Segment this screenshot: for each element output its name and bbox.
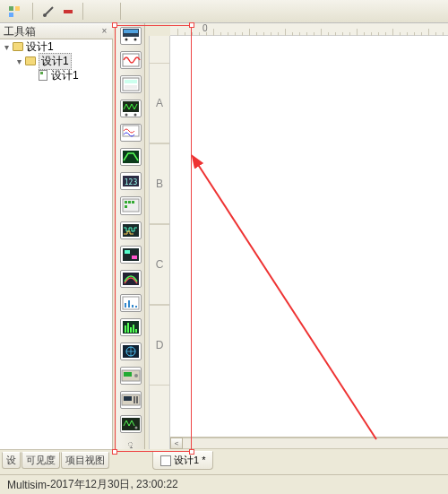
status-bar: Multisim - 2017年12月30日, 23:00:22	[0, 474, 448, 494]
svg-rect-23	[132, 201, 134, 204]
vertical-ruler: A B C D	[149, 36, 170, 449]
tab-design[interactable]: 设	[2, 452, 21, 469]
ruler-zone-a: A	[150, 63, 169, 143]
scroll-left-icon[interactable]: <	[170, 438, 183, 449]
multimeter-icon[interactable]	[120, 27, 142, 45]
logic-converter-icon[interactable]	[120, 246, 142, 264]
tree-item[interactable]: 设计1	[0, 68, 112, 82]
svg-rect-24	[125, 205, 127, 208]
svg-rect-31	[125, 303, 126, 308]
svg-rect-34	[135, 306, 137, 308]
svg-point-3	[43, 13, 47, 17]
document-tab-label: 设计1 *	[174, 454, 205, 467]
spectrum-analyzer-icon[interactable]	[120, 318, 142, 336]
svg-rect-37	[127, 323, 129, 333]
svg-rect-2	[9, 13, 13, 17]
collapse-icon[interactable]: ▾	[14, 56, 24, 66]
agilent-mm-icon[interactable]	[120, 391, 142, 409]
top-toolbar	[0, 0, 448, 23]
svg-rect-28	[132, 256, 137, 259]
iv-analyzer-icon[interactable]	[120, 270, 142, 288]
svg-rect-4	[64, 10, 73, 13]
function-generator-icon[interactable]	[120, 51, 142, 69]
tab-visibility[interactable]: 可见度	[22, 452, 60, 469]
close-icon[interactable]: ×	[99, 27, 109, 37]
status-timestamp: 2017年12月30日, 23:00:22	[50, 477, 178, 492]
svg-rect-22	[128, 201, 131, 204]
distortion-analyzer-icon[interactable]	[120, 294, 142, 312]
document-tabs: 设计1 *	[149, 449, 448, 469]
bode-plotter-icon[interactable]	[120, 148, 142, 166]
more-icon[interactable]: ⵿	[120, 439, 142, 449]
folder-icon	[13, 42, 23, 51]
svg-rect-21	[125, 201, 127, 204]
svg-rect-16	[123, 126, 139, 136]
svg-rect-40	[135, 329, 137, 333]
agilent-scope-icon[interactable]	[120, 415, 142, 433]
horizontal-ruler: 0	[170, 23, 448, 36]
canvas-grid	[170, 36, 448, 437]
design-tree: ▾ 设计1 ▾ 设计1 设计1	[0, 39, 113, 449]
svg-rect-25	[123, 224, 139, 237]
ruler-zone-c: C	[150, 224, 169, 305]
svg-rect-0	[9, 6, 13, 11]
tab-project-view[interactable]: 项目视图	[61, 452, 109, 469]
toolbar-button[interactable]	[59, 3, 77, 21]
svg-rect-12	[125, 85, 137, 89]
toolbox-title: 工具箱	[4, 24, 36, 39]
svg-rect-36	[125, 325, 126, 333]
network-analyzer-icon[interactable]	[120, 342, 142, 360]
schematic-canvas[interactable]: <	[170, 36, 448, 449]
schematic-icon	[160, 455, 171, 466]
svg-point-15	[134, 114, 136, 117]
svg-rect-48	[134, 396, 135, 403]
four-channel-scope-icon[interactable]	[120, 124, 142, 142]
svg-rect-39	[133, 325, 134, 333]
svg-point-8	[134, 39, 136, 41]
svg-rect-44	[124, 372, 132, 377]
word-generator-icon[interactable]	[120, 196, 142, 214]
toolbar-button[interactable]	[5, 3, 23, 21]
ruler-zone-d: D	[150, 305, 169, 386]
collapse-icon[interactable]: ▾	[2, 42, 12, 52]
svg-text:123: 123	[124, 178, 137, 186]
svg-rect-47	[124, 396, 132, 401]
toolbar-button[interactable]	[39, 3, 57, 21]
svg-rect-49	[136, 396, 138, 403]
oscilloscope-icon[interactable]	[120, 100, 142, 117]
frequency-counter-icon[interactable]: 123	[120, 172, 142, 190]
scrollbar-track[interactable]	[183, 438, 448, 449]
svg-rect-9	[123, 54, 139, 66]
svg-point-7	[125, 39, 127, 41]
svg-point-45	[134, 374, 138, 377]
toolbox-panel-header: 工具箱 ×	[0, 23, 113, 39]
svg-rect-11	[125, 80, 137, 83]
folder-icon	[25, 56, 36, 65]
tree-label: 设计1	[51, 68, 79, 83]
svg-rect-33	[132, 305, 134, 308]
logic-analyzer-icon[interactable]	[120, 221, 142, 239]
svg-rect-6	[124, 30, 138, 33]
wattmeter-icon[interactable]	[120, 75, 142, 93]
horizontal-scrollbar[interactable]: <	[170, 437, 448, 449]
svg-rect-32	[128, 300, 130, 308]
svg-rect-38	[130, 327, 132, 333]
tree-item[interactable]: ▾ 设计1	[0, 54, 112, 68]
tree-tabs: 设 可见度 项目视图	[0, 449, 113, 469]
svg-rect-27	[125, 250, 130, 254]
svg-rect-1	[15, 6, 20, 11]
status-app-name: Multisim	[7, 479, 47, 491]
svg-point-14	[125, 114, 127, 117]
svg-point-51	[134, 427, 137, 429]
ruler-zone-b: B	[150, 143, 169, 224]
document-tab[interactable]: 设计1 *	[152, 451, 213, 470]
schematic-icon	[39, 70, 47, 81]
instruments-toolbar: 123 ⵿	[116, 23, 145, 449]
agilent-fg-icon[interactable]	[120, 367, 142, 385]
